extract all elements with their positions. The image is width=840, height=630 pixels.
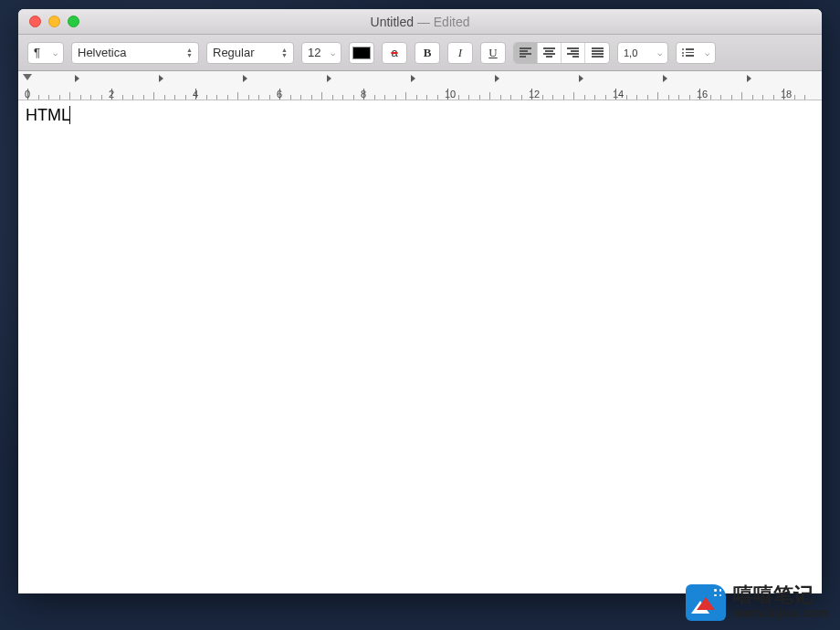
highlight-icon: a (391, 46, 397, 59)
font-weight-select[interactable]: Regular ▲▼ (206, 42, 294, 64)
line-spacing-value: 1,0 (624, 47, 637, 58)
ruler[interactable]: 024681012141618 (18, 71, 822, 100)
color-swatch (352, 47, 371, 59)
document-area[interactable]: HTML (18, 100, 822, 593)
tab-stop-marker[interactable] (663, 75, 667, 82)
ruler-number: 16 (697, 89, 708, 100)
ruler-number: 10 (445, 89, 456, 100)
ruler-number: 12 (529, 89, 540, 100)
tab-stop-marker[interactable] (327, 75, 331, 82)
list-style-select[interactable]: ⌵ (676, 42, 716, 64)
font-weight-value: Regular (213, 46, 255, 59)
tab-stop-marker[interactable] (159, 75, 163, 82)
textedit-window: Untitled — Edited ¶ ⌵ Helvetica ▲▼ Regul… (18, 9, 822, 593)
text-color-button[interactable] (349, 42, 374, 64)
stepper-icon: ▲▼ (184, 47, 193, 58)
formatting-toolbar: ¶ ⌵ Helvetica ▲▼ Regular ▲▼ 12 ⌵ a B I U (18, 35, 822, 71)
align-center-button[interactable] (538, 43, 562, 63)
bold-button[interactable]: B (415, 42, 440, 64)
tab-stop-marker[interactable] (579, 75, 583, 82)
tab-stop-marker[interactable] (411, 75, 415, 82)
tab-stop-marker[interactable] (495, 75, 499, 82)
bold-icon: B (424, 46, 432, 60)
tab-stop-marker[interactable] (747, 75, 751, 82)
left-margin-marker[interactable] (23, 74, 32, 80)
text-cursor (69, 106, 70, 124)
edited-status: — Edited (417, 15, 470, 29)
watermark-url: www.bijixx.com (733, 606, 829, 620)
paragraph-symbol: ¶ (34, 46, 40, 59)
font-size-select[interactable]: 12 ⌵ (301, 42, 341, 64)
stepper-icon: ▲▼ (278, 47, 288, 58)
highlight-color-button[interactable]: a (382, 42, 407, 64)
tab-stop-marker[interactable] (75, 75, 79, 82)
italic-icon: I (458, 46, 462, 60)
alignment-group (513, 42, 610, 64)
titlebar[interactable]: Untitled — Edited (18, 9, 822, 35)
chevron-down-icon: ⌵ (327, 48, 335, 58)
list-icon (682, 48, 694, 57)
chevron-down-icon: ⌵ (654, 48, 662, 58)
underline-icon: U (488, 46, 497, 60)
document-text: HTML (26, 106, 70, 124)
ruler-number: 18 (781, 89, 792, 100)
chevron-down-icon: ⌵ (49, 48, 58, 58)
italic-button[interactable]: I (447, 42, 473, 64)
document-name: Untitled (371, 15, 414, 29)
font-family-value: Helvetica (78, 46, 126, 59)
font-family-select[interactable]: Helvetica ▲▼ (71, 42, 199, 64)
chevron-down-icon: ⌵ (701, 48, 709, 58)
line-spacing-select[interactable]: 1,0 ⌵ (617, 42, 668, 64)
align-justify-button[interactable] (585, 43, 609, 63)
window-title: Untitled — Edited (18, 15, 822, 29)
watermark: 嘻嘻笔记 www.bijixx.com (686, 584, 829, 621)
watermark-name: 嘻嘻笔记 (733, 584, 829, 606)
underline-button[interactable]: U (480, 42, 506, 64)
ruler-number: 14 (613, 89, 624, 100)
paragraph-style-select[interactable]: ¶ ⌵ (27, 42, 64, 64)
tab-stop-marker[interactable] (243, 75, 247, 82)
font-size-value: 12 (308, 46, 320, 59)
align-left-button[interactable] (514, 43, 538, 63)
align-right-button[interactable] (562, 43, 585, 63)
watermark-logo (686, 584, 726, 621)
